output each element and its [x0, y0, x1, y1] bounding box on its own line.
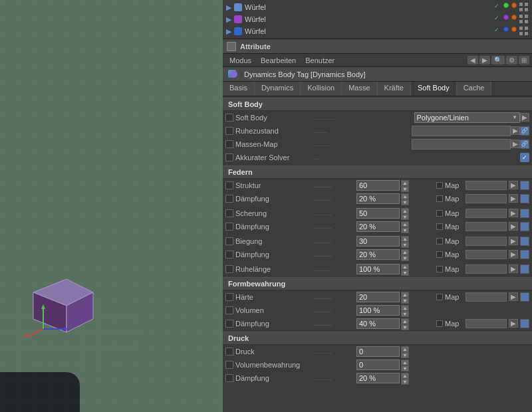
soft-body-checkbox[interactable] — [225, 114, 233, 122]
dampfung-2-map-icon[interactable] — [520, 222, 529, 231]
biegung-input[interactable] — [356, 236, 400, 247]
dampfung-1-spin-up[interactable]: ▲ — [401, 193, 409, 199]
expand-icon[interactable]: ⊞ — [519, 56, 529, 64]
druck-spin-down[interactable]: ▼ — [401, 352, 409, 358]
ruhezustand-icon[interactable]: 🔗 — [520, 126, 529, 136]
dampfung-2-spin-down[interactable]: ▼ — [401, 227, 409, 233]
ruhezustand-input[interactable] — [412, 126, 511, 136]
struktur-input[interactable] — [356, 180, 400, 191]
dampfung-form-spin-up[interactable]: ▲ — [401, 318, 409, 324]
dampfung-1-spin-down[interactable]: ▼ — [401, 199, 409, 205]
dampfung-1-checkbox[interactable] — [225, 195, 233, 203]
soft-body-dropdown[interactable]: Polygone/Linien ▼ — [414, 112, 521, 123]
tab-soft-body[interactable]: Soft Body — [411, 82, 457, 96]
tab-kollision[interactable]: Kollision — [301, 82, 342, 96]
harte-spin-down[interactable]: ▼ — [401, 298, 409, 304]
dampfung-3-map-input[interactable] — [466, 250, 507, 259]
tab-cache[interactable]: Cache — [457, 82, 492, 96]
dampfung-3-spin-up[interactable]: ▲ — [401, 249, 409, 255]
struktur-spin-down[interactable]: ▼ — [401, 186, 409, 192]
tab-basis[interactable]: Basis — [223, 82, 255, 96]
dampfung-3-map-icon[interactable] — [520, 250, 529, 259]
ruhezustand-checkbox[interactable] — [225, 127, 233, 135]
ruhelange-map-arrow[interactable]: ▶ — [509, 264, 518, 273]
biegung-map-checkbox[interactable] — [436, 238, 443, 245]
harte-input[interactable] — [356, 292, 400, 302]
dampfung-1-map-checkbox[interactable] — [436, 195, 443, 202]
scherung-map-checkbox[interactable] — [436, 210, 443, 217]
scherung-map-input[interactable] — [466, 209, 507, 218]
content-area[interactable]: Soft Body Soft Body ............ Polygon… — [223, 96, 532, 412]
akkurater-solver-checkmark[interactable]: ✓ — [520, 153, 529, 162]
prev-arrow[interactable]: ◀ — [467, 56, 478, 64]
search-icon[interactable]: 🔍 — [491, 56, 505, 64]
biegung-spin-up[interactable]: ▲ — [401, 236, 409, 242]
volumen-checkbox[interactable] — [225, 306, 233, 314]
dampfung-druck-spin-up[interactable]: ▲ — [401, 373, 409, 379]
ruhelange-map-input[interactable] — [466, 264, 507, 274]
scherung-spin-up[interactable]: ▲ — [401, 208, 409, 214]
volumenbewahrung-checkbox[interactable] — [225, 361, 233, 369]
scherung-spin-down[interactable]: ▼ — [401, 214, 409, 220]
bearbeiten-menu[interactable]: Bearbeiten — [257, 56, 300, 65]
dampfung-2-map-input[interactable] — [466, 222, 507, 231]
dampfung-2-spin-up[interactable]: ▲ — [401, 221, 409, 227]
struktur-map-arrow[interactable]: ▶ — [509, 181, 518, 189]
ruhelange-checkbox[interactable] — [225, 265, 233, 273]
dampfung-form-map-input[interactable] — [466, 319, 507, 328]
dampfung-1-map-icon[interactable] — [520, 194, 529, 203]
struktur-map-icon[interactable] — [520, 181, 529, 190]
volumenbewahrung-input[interactable] — [356, 360, 400, 370]
dampfung-1-map-arrow[interactable]: ▶ — [509, 194, 518, 203]
scherung-checkbox[interactable] — [225, 209, 233, 217]
druck-input[interactable] — [356, 346, 400, 357]
ruhezustand-arrow[interactable]: ▶ — [511, 126, 520, 135]
tab-dynamics[interactable]: Dynamics — [255, 82, 301, 96]
object-row-2[interactable]: ▶ Würfel ✓ — [223, 13, 532, 25]
struktur-checkbox[interactable] — [225, 181, 233, 189]
dampfung-2-map-arrow[interactable]: ▶ — [509, 222, 518, 231]
harte-map-checkbox[interactable] — [436, 294, 443, 300]
dampfung-form-map-arrow[interactable]: ▶ — [509, 319, 518, 328]
object-row-3[interactable]: ▶ Würfel ✓ — [223, 25, 532, 37]
dampfung-form-checkbox[interactable] — [225, 320, 233, 328]
volumen-spin-down[interactable]: ▼ — [401, 311, 409, 317]
harte-map-icon[interactable] — [520, 292, 529, 302]
volumen-spin-up[interactable]: ▲ — [401, 305, 409, 311]
volumen-input[interactable] — [356, 305, 400, 316]
ruhelange-input[interactable] — [356, 264, 400, 274]
benutzer-menu[interactable]: Benutzer — [301, 56, 338, 65]
tab-kraefte[interactable]: Kräfte — [378, 82, 411, 96]
modus-menu[interactable]: Modus — [225, 56, 255, 65]
object-row-1[interactable]: ▶ Würfel ✓ — [223, 1, 532, 13]
dampfung-2-map-checkbox[interactable] — [436, 223, 443, 230]
dampfung-form-input[interactable] — [356, 318, 400, 329]
akkurater-solver-checkbox[interactable] — [225, 154, 233, 161]
dampfung-1-map-input[interactable] — [466, 194, 507, 203]
dampfung-1-input[interactable] — [356, 193, 400, 204]
tab-masse[interactable]: Masse — [342, 82, 377, 96]
dampfung-3-map-checkbox[interactable] — [436, 251, 443, 258]
scherung-map-arrow[interactable]: ▶ — [509, 209, 518, 217]
biegung-map-arrow[interactable]: ▶ — [509, 237, 518, 245]
biegung-map-input[interactable] — [466, 237, 507, 246]
biegung-spin-down[interactable]: ▼ — [401, 242, 409, 248]
biegung-map-icon[interactable] — [520, 237, 529, 246]
struktur-map-input[interactable] — [466, 181, 507, 190]
ruhelange-map-icon[interactable] — [520, 264, 529, 274]
volumenbewahrung-spin-down[interactable]: ▼ — [401, 365, 409, 371]
harte-checkbox[interactable] — [225, 293, 233, 301]
settings-icon[interactable]: ⚙ — [506, 56, 517, 64]
ruhelange-map-checkbox[interactable] — [436, 266, 443, 272]
dampfung-3-spin-down[interactable]: ▼ — [401, 255, 409, 261]
ruhelange-spin-up[interactable]: ▲ — [401, 264, 409, 270]
dampfung-form-spin-down[interactable]: ▼ — [401, 324, 409, 330]
druck-checkbox[interactable] — [225, 348, 233, 356]
volumenbewahrung-spin-up[interactable]: ▲ — [401, 360, 409, 365]
druck-spin-up[interactable]: ▲ — [401, 346, 409, 352]
massen-map-arrow[interactable]: ▶ — [511, 140, 520, 148]
dampfung-2-checkbox[interactable] — [225, 223, 233, 231]
harte-map-arrow[interactable]: ▶ — [509, 292, 518, 301]
scherung-map-icon[interactable] — [520, 209, 529, 218]
dampfung-2-input[interactable] — [356, 221, 400, 232]
